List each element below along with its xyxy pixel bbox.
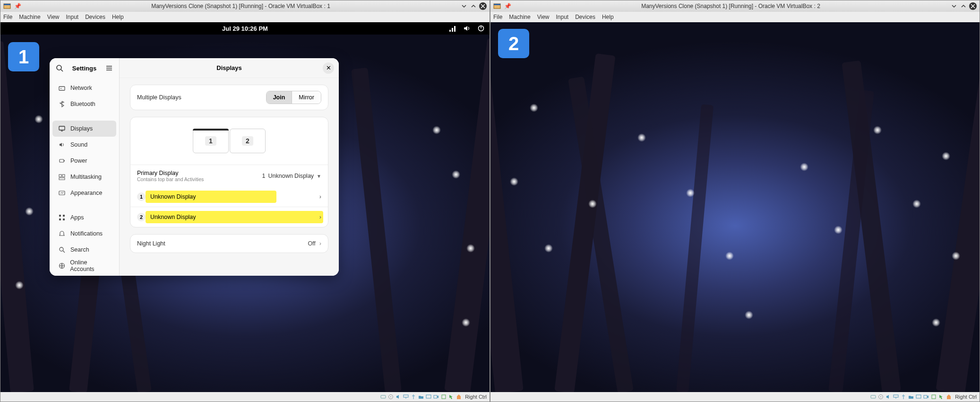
menu-devices[interactable]: Devices	[85, 14, 105, 20]
sidebar-item-label: Displays	[70, 125, 93, 132]
status-display-icon[interactable]	[425, 393, 432, 400]
network-indicator-icon[interactable]	[449, 25, 456, 32]
status-recording-icon[interactable]	[923, 393, 929, 400]
status-usb-icon[interactable]	[410, 393, 417, 400]
display-row-2[interactable]: 2 Unknown Display ›	[130, 207, 328, 227]
menu-help[interactable]: Help	[602, 14, 614, 20]
sidebar-item-appearance[interactable]: Appearance	[52, 185, 116, 201]
multiple-displays-label: Multiple Displays	[137, 94, 266, 101]
screen-badge-2: 2	[498, 29, 529, 58]
menu-devices[interactable]: Devices	[575, 14, 595, 20]
sidebar-item-sound[interactable]: Sound	[52, 137, 116, 153]
maximize-button[interactable]	[960, 2, 967, 10]
sidebar-item-displays[interactable]: Displays	[52, 121, 116, 137]
host-key-indicator[interactable]: Right Ctrl	[465, 394, 487, 400]
svg-rect-44	[871, 395, 876, 398]
pin-icon[interactable]: 📌	[14, 2, 21, 10]
guest-display-1[interactable]: Jul 29 10:26 PM 1 Settings N	[0, 22, 490, 392]
status-network-icon[interactable]	[403, 393, 409, 400]
sidebar-item-bluetooth[interactable]: Bluetooth	[52, 96, 116, 112]
menu-help[interactable]: Help	[112, 14, 124, 20]
sidebar-item-network[interactable]: Network	[52, 80, 116, 96]
close-button[interactable]	[969, 2, 977, 10]
sidebar-item-multitasking[interactable]: Multitasking	[52, 169, 116, 185]
minimize-button[interactable]	[950, 2, 958, 10]
mirror-button[interactable]: Mirror	[292, 91, 321, 104]
display-name-2: Unknown Display	[150, 214, 196, 220]
primary-display-label: Primary Display	[137, 170, 262, 176]
sidebar-item-search[interactable]: Search	[52, 242, 116, 258]
maximize-button[interactable]	[470, 2, 477, 10]
status-shared-folder-icon[interactable]	[418, 393, 424, 400]
svg-rect-23	[63, 215, 65, 217]
status-optical-icon[interactable]	[387, 393, 394, 400]
close-settings-button[interactable]: ✕	[323, 62, 334, 74]
status-cpu-icon[interactable]	[440, 393, 447, 400]
primary-display-row[interactable]: Primary Display Contains top bar and Act…	[130, 165, 328, 187]
sidebar-item-power[interactable]: Power	[52, 153, 116, 169]
menu-machine[interactable]: Machine	[19, 14, 40, 20]
night-light-row[interactable]: Night Light Off ›	[130, 235, 328, 253]
status-shared-folder-icon[interactable]	[908, 393, 914, 400]
sidebar-item-sharing[interactable]: Sharing	[52, 274, 116, 276]
gnome-topbar[interactable]: Jul 29 10:26 PM	[0, 22, 490, 35]
svg-rect-37	[404, 395, 408, 397]
status-cpu-icon[interactable]	[930, 393, 937, 400]
status-display-icon[interactable]	[915, 393, 922, 400]
menubar-1: File Machine View Input Devices Help	[0, 12, 490, 22]
status-keyboard-capture-icon[interactable]	[946, 393, 952, 400]
close-button[interactable]	[479, 2, 487, 10]
status-network-icon[interactable]	[893, 393, 899, 400]
search-sidebar-icon	[58, 246, 66, 253]
hamburger-icon[interactable]	[104, 63, 114, 73]
status-keyboard-capture-icon[interactable]	[456, 393, 462, 400]
pin-icon[interactable]: 📌	[504, 2, 511, 10]
svg-rect-19	[62, 175, 65, 177]
search-icon[interactable]	[54, 63, 65, 73]
vm-window-2: 📌 ManyVersions Clone (Snapshot 1) [Runni…	[490, 0, 980, 402]
menu-file[interactable]: File	[493, 14, 502, 20]
menu-view[interactable]: View	[537, 14, 550, 20]
svg-rect-20	[59, 178, 65, 180]
volume-indicator-icon[interactable]	[463, 25, 471, 32]
status-mouse-capture-icon[interactable]	[938, 393, 945, 400]
svg-rect-40	[434, 395, 437, 398]
svg-rect-43	[494, 4, 500, 5]
status-hdd-icon[interactable]	[870, 393, 877, 400]
svg-rect-4	[454, 26, 456, 32]
status-hdd-icon[interactable]	[380, 393, 387, 400]
minimize-button[interactable]	[460, 2, 468, 10]
menu-view[interactable]: View	[47, 14, 60, 20]
status-optical-icon[interactable]	[877, 393, 884, 400]
display-badge-2: 2	[137, 213, 146, 221]
status-usb-icon[interactable]	[900, 393, 907, 400]
host-key-indicator[interactable]: Right Ctrl	[955, 394, 977, 400]
gnome-clock[interactable]: Jul 29 10:26 PM	[222, 25, 268, 32]
bluetooth-icon	[58, 100, 66, 108]
display-thumbnail-1[interactable]: 1	[193, 129, 229, 153]
display-row-1[interactable]: 1 Unknown Display ›	[130, 187, 328, 207]
power-icon	[58, 157, 66, 165]
sidebar-item-label: Apps	[70, 214, 84, 221]
status-recording-icon[interactable]	[433, 393, 439, 400]
sidebar-item-notifications[interactable]: Notifications	[52, 226, 116, 242]
power-indicator-icon[interactable]	[477, 25, 485, 32]
svg-rect-2	[449, 30, 451, 32]
svg-rect-12	[59, 87, 65, 90]
sidebar-item-apps[interactable]: Apps	[52, 210, 116, 226]
menu-input[interactable]: Input	[556, 14, 569, 20]
sidebar-item-online-accounts[interactable]: Online Accounts	[52, 258, 116, 274]
display-thumbnail-2[interactable]: 2	[230, 129, 266, 153]
displays-icon	[58, 125, 66, 132]
guest-display-2[interactable]: 2	[490, 22, 980, 392]
join-button[interactable]: Join	[266, 91, 292, 104]
status-mouse-capture-icon[interactable]	[448, 393, 455, 400]
sidebar-item-label: Multitasking	[70, 174, 102, 180]
menu-file[interactable]: File	[3, 14, 12, 20]
status-audio-icon[interactable]	[885, 393, 892, 400]
status-audio-icon[interactable]	[395, 393, 402, 400]
menu-machine[interactable]: Machine	[509, 14, 530, 20]
dropdown-icon: ▼	[317, 174, 321, 179]
display-arrangement[interactable]: 1 2	[130, 117, 328, 165]
menu-input[interactable]: Input	[66, 14, 79, 20]
